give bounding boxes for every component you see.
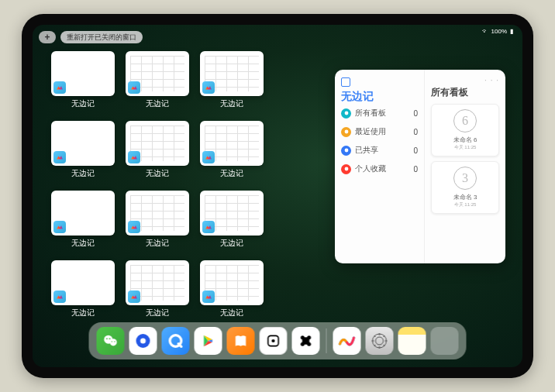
freeform-app-icon bbox=[202, 81, 215, 94]
sidebar-item[interactable]: 最近使用0 bbox=[341, 122, 418, 141]
expose-window[interactable]: 无边记 bbox=[200, 51, 264, 116]
board-date: 今天 11:25 bbox=[454, 144, 477, 151]
svg-point-11 bbox=[140, 339, 146, 344]
window-label: 无边记 bbox=[71, 308, 95, 318]
expose-window[interactable]: 无边记 bbox=[51, 260, 115, 325]
nav-count: 0 bbox=[413, 165, 418, 174]
window-thumbnail[interactable] bbox=[200, 51, 264, 96]
reopen-closed-window-button[interactable]: 重新打开已关闭的窗口 bbox=[60, 31, 143, 43]
board-card[interactable]: 3未命名 3今天 11:25 bbox=[431, 161, 499, 214]
dock-app-notes[interactable] bbox=[398, 327, 426, 355]
window-label: 无边记 bbox=[71, 98, 95, 109]
window-label: 无边记 bbox=[146, 238, 169, 249]
panel-sidebar: 无边记 所有看板0最近使用0已共享0个人收藏0 bbox=[335, 70, 425, 263]
freeform-app-icon bbox=[53, 221, 66, 233]
board-label: 未命名 6 bbox=[453, 136, 477, 144]
battery-label: 100% bbox=[491, 28, 507, 35]
menu-dots-icon[interactable]: · · · bbox=[431, 76, 499, 84]
svg-point-8 bbox=[112, 341, 112, 342]
expose-window[interactable]: 无边记 bbox=[126, 121, 189, 186]
window-thumbnail[interactable] bbox=[51, 191, 115, 236]
window-thumbnail[interactable] bbox=[126, 51, 189, 96]
nav-count: 0 bbox=[413, 128, 418, 136]
window-thumbnail[interactable] bbox=[126, 191, 189, 236]
nav-count: 0 bbox=[413, 109, 418, 118]
window-label: 无边记 bbox=[220, 168, 243, 179]
board-date: 今天 11:25 bbox=[454, 201, 477, 208]
new-window-button[interactable]: + bbox=[39, 31, 56, 43]
expose-window[interactable]: 无边记 bbox=[51, 51, 115, 116]
panel-content: · · · 所有看板 6未命名 6今天 11:253未命名 3今天 11:25 bbox=[425, 70, 505, 263]
dock-app-settings[interactable] bbox=[366, 327, 394, 355]
window-thumbnail[interactable] bbox=[126, 121, 189, 166]
dock bbox=[89, 322, 467, 359]
freeform-app-icon bbox=[128, 151, 140, 163]
expose-window[interactable]: 无边记 bbox=[126, 191, 189, 256]
nav-label: 个人收藏 bbox=[355, 163, 386, 174]
dock-divider bbox=[326, 328, 327, 353]
expose-window[interactable]: 无边记 bbox=[200, 191, 264, 256]
freeform-app-icon bbox=[128, 221, 140, 233]
dock-app-library[interactable] bbox=[431, 327, 459, 355]
svg-point-20 bbox=[376, 337, 384, 345]
top-bar: + 重新打开已关闭的窗口 bbox=[39, 31, 143, 43]
svg-point-0 bbox=[344, 112, 348, 115]
window-thumbnail[interactable] bbox=[200, 121, 264, 166]
sidebar-item[interactable]: 所有看板0 bbox=[341, 104, 418, 122]
window-thumbnail[interactable] bbox=[126, 260, 189, 305]
svg-point-1 bbox=[344, 130, 348, 134]
nav-label: 所有看板 bbox=[355, 108, 386, 119]
svg-point-6 bbox=[106, 338, 108, 339]
window-label: 无边记 bbox=[146, 168, 169, 179]
freeform-app-icon bbox=[53, 151, 66, 163]
dock-app-dice[interactable] bbox=[260, 327, 288, 355]
panel-section-title: 所有看板 bbox=[431, 86, 499, 99]
expose-window[interactable]: 无边记 bbox=[200, 121, 264, 186]
expose-window[interactable]: 无边记 bbox=[126, 51, 189, 116]
status-bar: ᯤ 100% ▮ bbox=[482, 28, 513, 35]
freeform-app-icon bbox=[128, 291, 140, 303]
nav-icon bbox=[341, 127, 351, 137]
panel-app-title: 无边记 bbox=[341, 90, 418, 104]
board-card[interactable]: 6未命名 6今天 11:25 bbox=[431, 104, 499, 156]
dock-app-qq[interactable] bbox=[162, 327, 190, 355]
freeform-app-icon bbox=[341, 77, 350, 87]
nav-icon bbox=[341, 108, 351, 119]
freeform-panel[interactable]: 无边记 所有看板0最近使用0已共享0个人收藏0 · · · 所有看板 6未命名 … bbox=[335, 70, 505, 263]
expose-window[interactable]: 无边记 bbox=[126, 260, 189, 325]
svg-point-2 bbox=[344, 149, 348, 153]
sidebar-item[interactable]: 已共享0 bbox=[341, 141, 418, 160]
dock-app-wechat[interactable] bbox=[97, 327, 125, 355]
dock-app-books[interactable] bbox=[227, 327, 255, 355]
window-label: 无边记 bbox=[146, 98, 169, 109]
window-thumbnail[interactable] bbox=[200, 191, 264, 236]
freeform-app-icon bbox=[53, 81, 66, 94]
window-label: 无边记 bbox=[220, 308, 243, 318]
freeform-app-icon bbox=[128, 81, 140, 94]
freeform-app-icon bbox=[53, 291, 66, 303]
dock-app-freeform[interactable] bbox=[333, 327, 361, 355]
freeform-app-icon bbox=[202, 291, 215, 303]
board-label: 未命名 3 bbox=[453, 193, 477, 201]
expose-window[interactable]: 无边记 bbox=[200, 260, 264, 325]
window-thumbnail[interactable] bbox=[200, 260, 264, 305]
battery-icon: ▮ bbox=[510, 28, 513, 35]
svg-point-3 bbox=[344, 167, 348, 171]
wifi-icon: ᯤ bbox=[482, 28, 488, 35]
nav-icon bbox=[341, 146, 351, 156]
screen: ᯤ 100% ▮ + 重新打开已关闭的窗口 无边记无边记无边记无边记无边记无边记… bbox=[33, 25, 522, 367]
expose-window[interactable]: 无边记 bbox=[51, 191, 115, 256]
window-label: 无边记 bbox=[71, 238, 95, 249]
window-thumbnail[interactable] bbox=[51, 121, 115, 166]
expose-window[interactable]: 无边记 bbox=[51, 121, 115, 186]
window-label: 无边记 bbox=[71, 168, 95, 179]
window-thumbnail[interactable] bbox=[51, 51, 115, 96]
dock-app-graph[interactable] bbox=[292, 327, 320, 355]
freeform-app-icon bbox=[202, 151, 215, 163]
dock-app-qbrowser[interactable] bbox=[129, 327, 157, 355]
nav-label: 最近使用 bbox=[355, 126, 386, 137]
dock-app-play[interactable] bbox=[195, 327, 222, 355]
window-label: 无边记 bbox=[220, 238, 243, 249]
sidebar-item[interactable]: 个人收藏0 bbox=[341, 160, 418, 178]
window-thumbnail[interactable] bbox=[51, 260, 115, 305]
